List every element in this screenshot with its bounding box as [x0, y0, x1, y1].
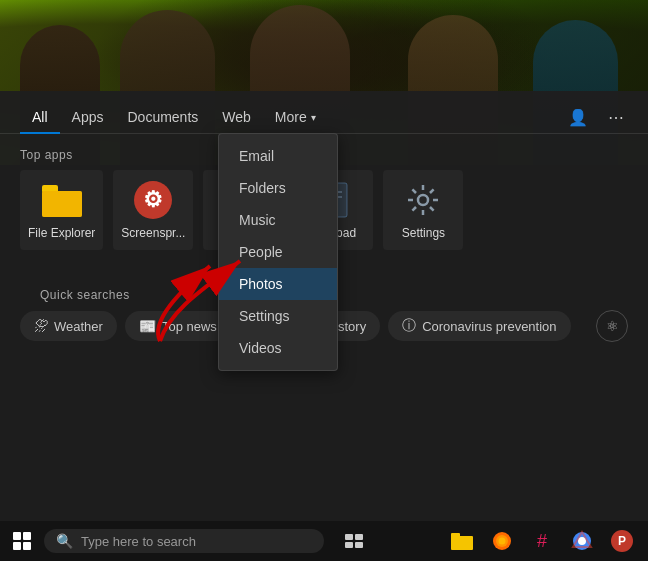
task-view-button[interactable] — [336, 523, 372, 559]
taskbar-chrome[interactable] — [564, 523, 600, 559]
search-placeholder-text: Type here to search — [81, 534, 196, 549]
svg-rect-22 — [345, 542, 353, 548]
taskbar-right: # P — [444, 523, 648, 559]
app-file-explorer[interactable]: File Explorer — [20, 170, 103, 250]
weather-label: Weather — [54, 319, 103, 334]
coronavirus-label: Coronavirus prevention — [422, 319, 556, 334]
tab-all[interactable]: All — [20, 101, 60, 133]
person-icon[interactable]: 👤 — [564, 104, 592, 131]
svg-rect-2 — [42, 191, 82, 217]
svg-point-10 — [418, 195, 428, 205]
quick-search-weather[interactable]: ⛈ Weather — [20, 311, 117, 341]
taskbar: 🔍 Type here to search — [0, 521, 648, 561]
dropdown-item-email[interactable]: Email — [219, 140, 337, 172]
quick-search-top-news[interactable]: 📰 Top news — [125, 311, 231, 341]
app-screenshots-label: Screenspr... — [121, 226, 185, 240]
svg-point-28 — [499, 538, 506, 545]
taskbar-screenshots[interactable]: P — [604, 523, 640, 559]
search-icon: 🔍 — [56, 533, 73, 549]
svg-rect-24 — [451, 536, 473, 550]
screenshots-icon: ⚙ — [133, 180, 173, 220]
taskbar-search-bar[interactable]: 🔍 Type here to search — [44, 529, 324, 553]
tab-web[interactable]: Web — [210, 101, 263, 133]
search-settings-icon: ⚛ — [606, 318, 619, 334]
taskbar-firefox[interactable] — [484, 523, 520, 559]
ellipsis-icon[interactable]: ⋯ — [604, 104, 628, 131]
app-settings[interactable]: Settings — [383, 170, 463, 250]
app-screenshots[interactable]: ⚙ Screenspr... — [113, 170, 193, 250]
dropdown-item-people[interactable]: People — [219, 236, 337, 268]
windows-logo — [13, 532, 31, 550]
more-dropdown-menu: Email Folders Music People Photos Settin… — [218, 133, 338, 371]
tab-documents[interactable]: Documents — [115, 101, 210, 133]
settings-icon — [403, 180, 443, 220]
svg-rect-21 — [355, 534, 363, 540]
svg-rect-25 — [451, 533, 460, 538]
svg-rect-23 — [355, 542, 363, 548]
chevron-down-icon: ▾ — [311, 112, 316, 123]
taskbar-slack[interactable]: # — [524, 523, 560, 559]
top-news-icon: 📰 — [139, 318, 156, 334]
tab-more[interactable]: More ▾ — [263, 101, 328, 133]
dropdown-item-settings[interactable]: Settings — [219, 300, 337, 332]
info-icon: ⓘ — [402, 317, 416, 335]
tab-apps[interactable]: Apps — [60, 101, 116, 133]
start-button[interactable] — [0, 521, 44, 561]
top-news-label: Top news — [162, 319, 217, 334]
app-settings-label: Settings — [402, 226, 445, 240]
quick-search-coronavirus[interactable]: ⓘ Coronavirus prevention — [388, 311, 570, 341]
weather-icon: ⛈ — [34, 318, 48, 334]
nav-tabs: All Apps Documents Web More ▾ 👤 ⋯ Email … — [0, 91, 648, 134]
nav-icons: 👤 ⋯ — [564, 104, 628, 131]
dropdown-item-videos[interactable]: Videos — [219, 332, 337, 364]
search-settings-button[interactable]: ⚛ — [596, 310, 628, 342]
svg-line-18 — [413, 207, 417, 211]
dropdown-item-photos[interactable]: Photos — [219, 268, 337, 300]
app-file-explorer-label: File Explorer — [28, 226, 95, 240]
svg-line-15 — [413, 189, 417, 193]
dropdown-item-music[interactable]: Music — [219, 204, 337, 236]
taskbar-file-manager[interactable] — [444, 523, 480, 559]
svg-line-17 — [430, 189, 434, 193]
start-menu: All Apps Documents Web More ▾ 👤 ⋯ Email … — [0, 91, 648, 521]
svg-rect-20 — [345, 534, 353, 540]
taskbar-actions — [336, 523, 372, 559]
dropdown-item-folders[interactable]: Folders — [219, 172, 337, 204]
svg-line-16 — [430, 207, 434, 211]
file-explorer-icon — [42, 180, 82, 220]
